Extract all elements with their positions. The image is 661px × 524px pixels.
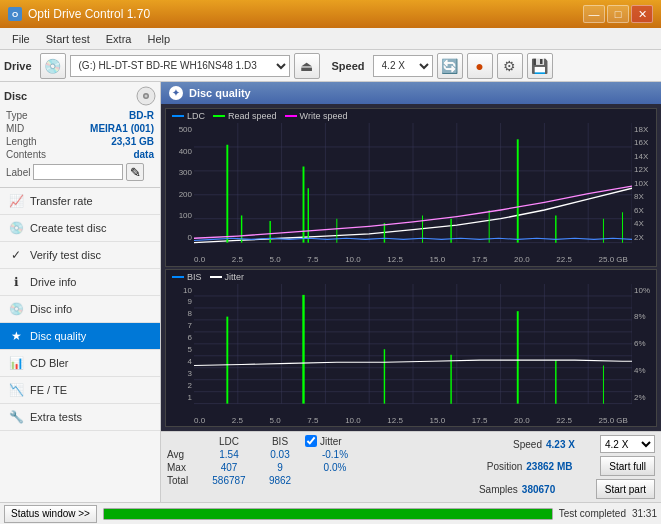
stats-headers: LDC BIS Jitter — [167, 435, 365, 447]
sidebar-item-label: FE / TE — [30, 384, 67, 396]
bis-max: 9 — [259, 462, 301, 473]
close-button[interactable]: ✕ — [631, 5, 653, 23]
jitter-checkbox[interactable] — [305, 435, 317, 447]
sidebar: Disc Type BD-R MID MEIRA1 (001) Length — [0, 82, 161, 502]
toolbar: Drive 💿 (G:) HL-DT-ST BD-RE WH16NS48 1.D… — [0, 50, 661, 82]
ldc-header: LDC — [203, 436, 255, 447]
disc-contents-row: Contents data — [4, 148, 156, 161]
status-bar: Status window >> Test completed 31:31 — [0, 502, 661, 524]
sidebar-item-disc-info[interactable]: 💿 Disc info — [0, 296, 160, 323]
status-window-button[interactable]: Status window >> — [4, 505, 97, 523]
ldc-chart-body: 500 400 300 200 100 0 — [166, 123, 656, 254]
sidebar-item-label: Verify test disc — [30, 249, 101, 261]
disc-quality-icon: ★ — [8, 328, 24, 344]
title-text: Opti Drive Control 1.70 — [28, 7, 150, 21]
sidebar-item-label: Disc info — [30, 303, 72, 315]
transfer-rate-icon: 📈 — [8, 193, 24, 209]
maximize-button[interactable]: □ — [607, 5, 629, 23]
cd-bler-icon: 📊 — [8, 355, 24, 371]
title-bar: O Opti Drive Control 1.70 — □ ✕ — [0, 0, 661, 28]
ldc-x-labels: 0.0 2.5 5.0 7.5 10.0 12.5 15.0 17.5 20.0… — [166, 254, 656, 266]
sidebar-item-label: Drive info — [30, 276, 76, 288]
ldc-chart: LDC Read speed Write speed 500 400 — [165, 108, 657, 267]
sidebar-item-drive-info[interactable]: ℹ Drive info — [0, 269, 160, 296]
charts-container: LDC Read speed Write speed 500 400 — [161, 104, 661, 431]
write-speed-legend: Write speed — [285, 111, 348, 121]
progress-bar — [104, 509, 552, 519]
jitter-checkbox-row: Jitter — [305, 435, 342, 447]
app-icon: O — [8, 7, 22, 21]
samples-row: Samples 380670 Start part — [479, 479, 655, 499]
save-button[interactable]: 💾 — [527, 53, 553, 79]
bis-y-axis-left: 10 9 8 7 6 5 4 3 2 1 — [166, 284, 194, 415]
bis-avg: 0.03 — [259, 449, 301, 460]
speed-select2[interactable]: 4.2 X — [600, 435, 655, 453]
ldc-y-axis-right: 18X 16X 14X 12X 10X 8X 6X 4X 2X — [632, 123, 656, 254]
content-area: ✦ Disc quality LDC Read speed — [161, 82, 661, 502]
sidebar-item-disc-quality[interactable]: ★ Disc quality — [0, 323, 160, 350]
samples-val: 380670 — [522, 484, 592, 495]
jitter-avg: -0.1% — [305, 449, 365, 460]
disc-length-row: Length 23,31 GB — [4, 135, 156, 148]
status-text: Test completed — [559, 508, 626, 519]
speed-select[interactable]: 4.2 X — [373, 55, 433, 77]
main-content: Disc Type BD-R MID MEIRA1 (001) Length — [0, 82, 661, 502]
ldc-avg: 1.54 — [203, 449, 255, 460]
start-part-button[interactable]: Start part — [596, 479, 655, 499]
title-bar-left: O Opti Drive Control 1.70 — [8, 7, 150, 21]
disc-info-panel: Disc Type BD-R MID MEIRA1 (001) Length — [0, 82, 160, 188]
bis-y-axis-right: 10% 8% 6% 4% 2% — [632, 284, 656, 415]
menu-extra[interactable]: Extra — [98, 31, 140, 47]
bis-chart-legend: BIS Jitter — [166, 270, 656, 284]
sidebar-item-fe-te[interactable]: 📉 FE / TE — [0, 377, 160, 404]
sidebar-item-cd-bler[interactable]: 📊 CD Bler — [0, 350, 160, 377]
sidebar-item-create-test-disc[interactable]: 💿 Create test disc — [0, 215, 160, 242]
menu-help[interactable]: Help — [139, 31, 178, 47]
verify-test-disc-icon: ✓ — [8, 247, 24, 263]
speed-row: Speed 4.23 X 4.2 X — [513, 435, 655, 453]
sidebar-item-verify-test-disc[interactable]: ✓ Verify test disc — [0, 242, 160, 269]
disc-quality-title: Disc quality — [189, 87, 251, 99]
fe-te-icon: 📉 — [8, 382, 24, 398]
ldc-legend: LDC — [172, 111, 205, 121]
disc-info-icon: 💿 — [8, 301, 24, 317]
disc-header: Disc — [4, 86, 156, 106]
position-row: Position 23862 MB Start full — [487, 456, 655, 476]
disc-quality-header-icon: ✦ — [169, 86, 183, 100]
label-edit-button[interactable]: ✎ — [126, 163, 144, 181]
create-test-disc-icon: 💿 — [8, 220, 24, 236]
right-stats: Speed 4.23 X 4.2 X Position 23862 MB Sta… — [479, 435, 655, 499]
bis-header: BIS — [259, 436, 301, 447]
refresh-button[interactable]: 🔄 — [437, 53, 463, 79]
ldc-bis-stats: LDC BIS Jitter Avg 1.54 0.03 -0.1% Max 4… — [167, 435, 365, 499]
time-text: 31:31 — [632, 508, 657, 519]
drive-icon-btn[interactable]: 💿 — [40, 53, 66, 79]
disc-type-row: Type BD-R — [4, 109, 156, 122]
menu-file[interactable]: File — [4, 31, 38, 47]
progress-bar-container — [103, 508, 553, 520]
disc-quality-header: ✦ Disc quality — [161, 82, 661, 104]
speed-val: 4.23 X — [546, 439, 596, 450]
ldc-total: 586787 — [203, 475, 255, 486]
bis-chart-body: 10 9 8 7 6 5 4 3 2 1 — [166, 284, 656, 415]
total-row: Total 586787 9862 — [167, 475, 365, 486]
bis-chart-inner — [194, 284, 632, 415]
stats-area: LDC BIS Jitter Avg 1.54 0.03 -0.1% Max 4… — [161, 431, 661, 502]
settings-button[interactable]: ⚙ — [497, 53, 523, 79]
start-full-button[interactable]: Start full — [600, 456, 655, 476]
bis-total: 9862 — [259, 475, 301, 486]
sidebar-menu: 📈 Transfer rate 💿 Create test disc ✓ Ver… — [0, 188, 160, 502]
avg-row: Avg 1.54 0.03 -0.1% — [167, 449, 365, 460]
eject-button[interactable]: ⏏ — [294, 53, 320, 79]
sidebar-item-label: Transfer rate — [30, 195, 93, 207]
sidebar-item-extra-tests[interactable]: 🔧 Extra tests — [0, 404, 160, 431]
burn-button[interactable]: ● — [467, 53, 493, 79]
ldc-y-axis-left: 500 400 300 200 100 0 — [166, 123, 194, 254]
sidebar-item-transfer-rate[interactable]: 📈 Transfer rate — [0, 188, 160, 215]
drive-select[interactable]: (G:) HL-DT-ST BD-RE WH16NS48 1.D3 — [70, 55, 290, 77]
read-speed-legend: Read speed — [213, 111, 277, 121]
svg-point-2 — [145, 95, 148, 98]
minimize-button[interactable]: — — [583, 5, 605, 23]
disc-label-input[interactable] — [33, 164, 123, 180]
menu-starttest[interactable]: Start test — [38, 31, 98, 47]
